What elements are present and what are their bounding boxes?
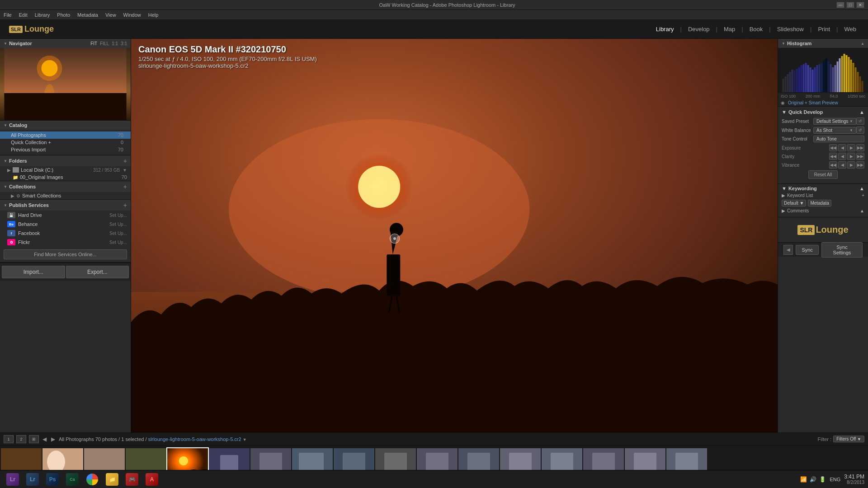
catalog-header[interactable]: ▼ Catalog bbox=[0, 121, 131, 130]
catalog-quick-collection[interactable]: Quick Collection + 0 bbox=[0, 139, 131, 146]
menu-window[interactable]: Window bbox=[123, 12, 141, 18]
publish-services-section: ▼ Publish Services + 💾 Hard Drive Set Up… bbox=[0, 200, 131, 263]
menu-help[interactable]: Help bbox=[148, 12, 159, 18]
view-compare-button[interactable]: 2 bbox=[16, 435, 26, 443]
service-flickr[interactable]: ✿ Flickr Set Up... bbox=[0, 238, 131, 247]
service-facebook[interactable]: f Facebook Set Up... bbox=[0, 229, 131, 238]
vibrance-dec[interactable]: ◀ bbox=[838, 161, 846, 169]
nav-web[interactable]: Web bbox=[842, 25, 859, 33]
histogram-expand[interactable]: ▲ bbox=[861, 42, 864, 46]
next-photo-button[interactable]: ▶ bbox=[50, 436, 56, 442]
collections-label: Collections bbox=[9, 184, 36, 189]
taskbar-lightroom[interactable]: Lr bbox=[4, 472, 22, 487]
menu-edit[interactable]: Edit bbox=[19, 12, 28, 18]
minimize-button[interactable]: — bbox=[836, 2, 844, 8]
taskbar-files[interactable]: 📁 bbox=[103, 472, 121, 487]
white-balance-row: White Balance As Shot ▼ ↺ bbox=[782, 127, 864, 134]
folder-local-disk[interactable]: ▶ Local Disk (C:) 312 / 953 GB ▼ bbox=[0, 166, 131, 174]
white-balance-select[interactable]: As Shot ▼ bbox=[813, 127, 856, 134]
qd-expand[interactable]: ▲ bbox=[859, 109, 864, 115]
export-button[interactable]: Export... bbox=[66, 266, 129, 278]
filter-select[interactable]: Filters Off ▼ bbox=[833, 436, 864, 442]
nav-slideshow[interactable]: Slideshow bbox=[774, 25, 807, 33]
saved-preset-select[interactable]: Default Settings ▼ bbox=[813, 118, 856, 125]
comments-expand[interactable]: ▲ bbox=[860, 208, 864, 213]
nav-library[interactable]: Library bbox=[653, 25, 677, 33]
reset-all-button[interactable]: Reset All bbox=[808, 170, 838, 179]
taskbar-acrobat[interactable]: A bbox=[143, 472, 161, 487]
service-behance[interactable]: Be Behance Set Up... bbox=[0, 220, 131, 229]
wb-reset-button[interactable]: ↺ bbox=[856, 127, 864, 134]
metadata-select[interactable]: Default ▼ bbox=[782, 200, 806, 206]
service-hard-drive[interactable]: 💾 Hard Drive Set Up... bbox=[0, 211, 131, 220]
hist-speed: 1/250 sec bbox=[848, 94, 865, 99]
nav-develop[interactable]: Develop bbox=[685, 25, 712, 33]
navigator-thumbnail[interactable] bbox=[0, 48, 131, 120]
import-button[interactable]: Import... bbox=[2, 266, 65, 278]
folder-dropdown-icon[interactable]: ▼ bbox=[123, 168, 127, 173]
nav-fill[interactable]: FILL bbox=[100, 41, 109, 46]
view-loupe-button[interactable]: 1 bbox=[4, 435, 14, 443]
exposure-inc-large[interactable]: ▶▶ bbox=[856, 144, 864, 151]
path-file[interactable]: slrlounge-lightroom-5-oaw-workshop-5.cr2 bbox=[148, 436, 241, 442]
system-clock: 3:41 PM 8/2/2013 bbox=[844, 474, 864, 485]
nav-print[interactable]: Print bbox=[815, 25, 833, 33]
panel-toggle-button[interactable]: ◀ bbox=[783, 245, 793, 255]
preset-reset-button[interactable]: ↺ bbox=[856, 117, 864, 125]
vibrance-dec-large[interactable]: ◀◀ bbox=[829, 161, 837, 169]
taskbar-cameraraw[interactable]: Ca bbox=[63, 472, 81, 487]
main-photo-area[interactable]: Canon EOS 5D Mark II #320210750 1/250 se… bbox=[131, 39, 778, 432]
nav-fit[interactable]: FIT bbox=[90, 41, 97, 46]
smart-collections-item[interactable]: ▶ ⚙ Smart Collections bbox=[0, 192, 131, 199]
add-folder-button[interactable]: + bbox=[123, 157, 127, 164]
add-collection-button[interactable]: + bbox=[123, 183, 127, 190]
quick-develop-section: ▼ Quick Develop ▲ Saved Preset Default S… bbox=[778, 107, 868, 184]
taskbar-photoshop[interactable]: Ps bbox=[43, 472, 61, 487]
exposure-inc[interactable]: ▶ bbox=[847, 144, 855, 151]
vibrance-inc[interactable]: ▶ bbox=[847, 161, 855, 169]
clarity-dec-large[interactable]: ◀◀ bbox=[829, 153, 837, 160]
find-more-services-button[interactable]: Find More Services Online... bbox=[4, 249, 127, 259]
menu-metadata[interactable]: Metadata bbox=[77, 12, 98, 18]
menu-library[interactable]: Library bbox=[35, 12, 50, 18]
maximize-button[interactable]: □ bbox=[846, 2, 854, 8]
collection-expand-icon: ▶ bbox=[11, 193, 14, 198]
prev-photo-button[interactable]: ◀ bbox=[42, 436, 47, 442]
nav-map[interactable]: Map bbox=[721, 25, 738, 33]
clarity-inc-large[interactable]: ▶▶ bbox=[856, 153, 864, 160]
path-dropdown[interactable]: ▼ bbox=[243, 437, 247, 442]
sync-button[interactable]: Sync bbox=[796, 245, 818, 255]
exposure-dec[interactable]: ◀ bbox=[838, 144, 846, 151]
menu-file[interactable]: File bbox=[4, 12, 12, 18]
svg-rect-41 bbox=[837, 61, 839, 92]
taskbar-lightroom2[interactable]: Lr bbox=[24, 472, 42, 487]
nav-book[interactable]: Book bbox=[747, 25, 766, 33]
vibrance-inc-large[interactable]: ▶▶ bbox=[856, 161, 864, 169]
nav-ratio2[interactable]: 3:1 bbox=[121, 41, 127, 46]
navigator-header[interactable]: ▼ Navigator FIT FILL 1:1 3:1 bbox=[0, 39, 131, 48]
add-service-button[interactable]: + bbox=[123, 202, 127, 209]
nav-ratio1[interactable]: 1:1 bbox=[112, 41, 118, 46]
sync-settings-button[interactable]: Sync Settings bbox=[821, 242, 863, 258]
folder-original-images[interactable]: 📁 00_Original Images 70 bbox=[0, 174, 131, 181]
photo-file: slrlounge-lightroom-5-oaw-workshop-5.cr2 bbox=[138, 62, 317, 69]
taskbar-chrome[interactable] bbox=[83, 472, 101, 487]
view-grid-button[interactable]: ⊞ bbox=[29, 435, 39, 443]
auto-tone-button[interactable]: Auto Tone bbox=[813, 136, 864, 142]
metadata-value-select[interactable]: Metadata bbox=[808, 200, 831, 206]
menu-photo[interactable]: Photo bbox=[57, 12, 70, 18]
exposure-dec-large[interactable]: ◀◀ bbox=[829, 144, 837, 151]
folders-header[interactable]: ▼ Folders + bbox=[0, 155, 131, 166]
collections-header[interactable]: ▼ Collections + bbox=[0, 181, 131, 192]
publish-services-header[interactable]: ▼ Publish Services + bbox=[0, 200, 131, 211]
catalog-all-photographs[interactable]: All Photographs 70 bbox=[0, 131, 131, 139]
close-button[interactable]: ✕ bbox=[856, 2, 864, 8]
catalog-previous-import[interactable]: Previous Import 70 bbox=[0, 146, 131, 153]
menu-view[interactable]: View bbox=[105, 12, 116, 18]
histogram-header[interactable]: ▼ Histogram ▲ bbox=[778, 39, 868, 48]
add-keyword-button[interactable]: + bbox=[862, 193, 864, 198]
clarity-dec[interactable]: ◀ bbox=[838, 153, 846, 160]
taskbar-game[interactable]: 🎮 bbox=[123, 472, 141, 487]
clarity-inc[interactable]: ▶ bbox=[847, 153, 855, 160]
keywording-expand[interactable]: ▲ bbox=[859, 186, 864, 191]
